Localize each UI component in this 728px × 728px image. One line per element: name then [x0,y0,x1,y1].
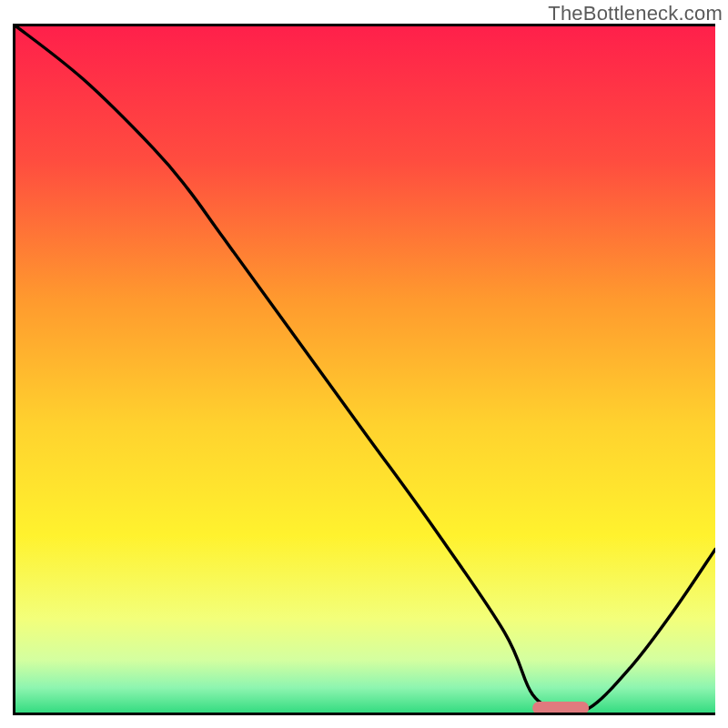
top-axis-line [13,24,715,26]
chart-curve [13,24,715,715]
y-axis-line [13,24,15,715]
x-axis-line [13,713,715,715]
chart-area [13,24,715,715]
watermark-text: TheBottleneck.com [548,2,723,25]
